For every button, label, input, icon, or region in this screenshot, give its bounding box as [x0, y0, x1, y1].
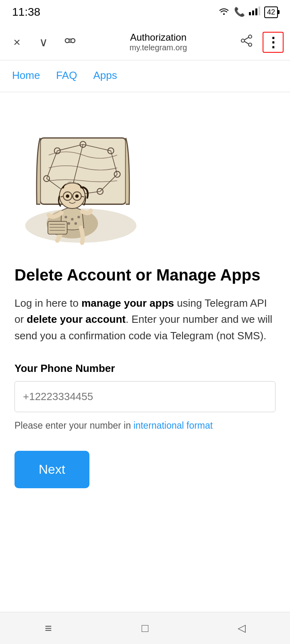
page-heading: Delete Account or Manage Apps: [14, 265, 276, 285]
svg-line-12: [244, 41, 249, 44]
phone-label: Your Phone Number: [14, 362, 276, 375]
svg-rect-1: [252, 10, 254, 15]
share-icon: [240, 35, 253, 50]
svg-point-8: [249, 35, 252, 38]
main-content: Delete Account or Manage Apps Log in her…: [0, 92, 290, 612]
svg-rect-2: [255, 8, 257, 15]
hint-before: Please enter your number in: [14, 420, 133, 431]
tabs-icon: [64, 35, 76, 49]
wifi-icon: [218, 6, 230, 18]
url-domain: my.telegram.org: [129, 43, 187, 52]
svg-rect-44: [48, 221, 67, 234]
signal-icon: [249, 6, 260, 18]
svg-point-31: [64, 216, 67, 218]
tab-apps[interactable]: Apps: [93, 60, 117, 92]
svg-point-34: [68, 222, 70, 225]
more-button[interactable]: ⋮: [263, 32, 284, 53]
status-icons: 📞 42: [218, 6, 278, 18]
url-bar[interactable]: Authorization my.telegram.org: [86, 32, 230, 52]
svg-point-43: [75, 194, 79, 198]
status-bar: 11:38 📞 42: [0, 0, 290, 24]
desc-strong2: delete your account: [27, 313, 126, 325]
close-button[interactable]: ×: [6, 32, 27, 53]
tab-home[interactable]: Home: [12, 60, 40, 92]
back-icon: ◁: [238, 622, 246, 634]
svg-point-35: [75, 222, 77, 225]
desc-strong1: manage your apps: [81, 297, 174, 309]
phone-hint: Please enter your number in internationa…: [14, 419, 276, 433]
bottom-nav-home[interactable]: □: [129, 616, 161, 640]
nav-tabs: Home FAQ Apps: [0, 60, 290, 92]
dropdown-button[interactable]: ∨: [33, 32, 54, 53]
battery-indicator: 42: [264, 6, 278, 18]
hamburger-icon: ≡: [45, 621, 52, 635]
svg-rect-0: [249, 12, 251, 15]
svg-point-32: [71, 218, 73, 220]
page-description: Log in here to manage your apps using Te…: [14, 295, 276, 344]
svg-point-42: [66, 194, 70, 198]
page-title: Authorization: [130, 32, 186, 43]
browser-toolbar: × ∨ Authorization my.telegram.org: [0, 24, 290, 60]
chevron-down-icon: ∨: [39, 35, 48, 49]
bottom-nav-back[interactable]: ◁: [226, 616, 258, 640]
bottom-nav: ≡ □ ◁: [0, 612, 290, 644]
svg-rect-3: [259, 6, 260, 15]
share-button[interactable]: [236, 32, 257, 53]
tab-faq[interactable]: FAQ: [56, 60, 77, 92]
home-square-icon: □: [142, 622, 149, 635]
next-button[interactable]: Next: [14, 451, 89, 488]
close-icon: ×: [13, 35, 21, 49]
desc-before: Log in here to: [14, 297, 81, 309]
status-time: 11:38: [12, 6, 40, 19]
international-format-link[interactable]: international format: [133, 420, 213, 431]
illustration: [14, 112, 276, 249]
phone-input[interactable]: [14, 381, 276, 412]
call-icon: 📞: [234, 7, 245, 17]
more-icon: ⋮: [266, 34, 280, 50]
svg-point-33: [77, 216, 80, 218]
svg-point-9: [241, 39, 244, 42]
svg-point-10: [249, 43, 252, 46]
tabs-button[interactable]: [60, 32, 81, 53]
bottom-nav-menu[interactable]: ≡: [32, 616, 64, 640]
svg-line-11: [244, 37, 249, 40]
